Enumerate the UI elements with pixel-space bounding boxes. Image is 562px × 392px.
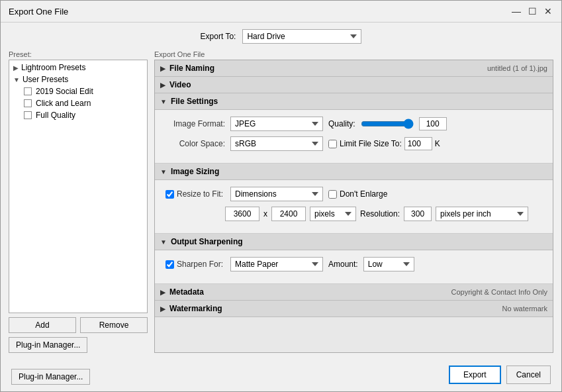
resize-checkbox-label[interactable]: Resize to Fit: [165,189,225,199]
section-watermarking-header[interactable]: ▶ Watermarking No watermark [155,301,553,317]
resize-checkbox[interactable] [165,190,174,199]
width-input[interactable] [225,207,259,221]
export-dialog: Export One File — ☐ ✕ Export To: Hard Dr… [0,0,562,392]
left-panel: Preset: ▶ Lightroom Presets ▼ User Prese… [9,50,148,353]
checkbox-click-and-learn[interactable] [24,99,32,107]
image-sizing-header-left: ▼ Image Sizing [160,167,219,176]
preset-label-click-and-learn: Click and Learn [36,99,91,108]
output-sharpening-label: Output Sharpening [171,237,243,246]
watermarking-arrow: ▶ [160,305,165,313]
quality-label: Quality: [328,119,355,128]
preset-group-user[interactable]: ▼ User Presets [9,74,147,85]
plugin-manager-bottom-button[interactable]: Plug-in Manager... [11,369,90,385]
video-label: Video [169,80,191,89]
preset-item-social-edit[interactable]: 2019 Social Edit [20,85,147,97]
quality-input[interactable] [419,117,447,130]
color-space-select[interactable]: sRGB AdobeRGB ProPhoto RGB [230,136,323,151]
sharpen-for-row: Sharpen For: Matte Paper Glossy Paper Sc… [165,257,542,271]
dialog-title: Export One File [9,7,68,17]
user-presets-label: User Presets [23,75,68,84]
preset-group-lightroom[interactable]: ▶ Lightroom Presets [9,62,147,74]
remove-preset-button[interactable]: Remove [80,317,148,333]
file-naming-arrow: ▶ [160,65,165,72]
dimensions-row: x pixels inches cm Resolution: [225,207,542,221]
sharpen-for-checkbox-label[interactable]: Sharpen For: [165,260,225,269]
file-settings-body: Image Format: JPEG PNG TIFF PSD Quality: [155,110,553,164]
quality-slider[interactable] [361,119,414,129]
action-buttons: Export Cancel [449,366,551,384]
output-sharpening-header-left: ▼ Output Sharpening [160,237,243,246]
section-metadata-header[interactable]: ▶ Metadata Copyright & Contact Info Only [155,284,553,301]
color-space-label: Color Space: [165,139,225,148]
arrow-lightroom: ▶ [13,64,19,72]
checkbox-full-quality[interactable] [24,111,32,119]
section-output-sharpening: ▼ Output Sharpening Sharpen For: [155,234,553,284]
cancel-button[interactable]: Cancel [506,366,551,384]
arrow-user: ▼ [13,76,20,83]
output-sharpening-body: Sharpen For: Matte Paper Glossy Paper Sc… [155,250,553,284]
checkbox-social-edit[interactable] [24,87,32,95]
dim-x: x [263,209,267,219]
section-file-settings-header[interactable]: ▼ File Settings [155,93,553,110]
limit-file-size-label: Limit File Size To: [340,139,402,148]
resolution-label: Resolution: [360,209,400,219]
export-to-select[interactable]: Hard Drive Email CD/DVD [242,29,361,44]
video-header-left: ▶ Video [160,80,191,89]
video-arrow: ▶ [160,81,165,89]
image-format-label: Image Format: [165,119,225,128]
export-to-row: Export To: Hard Drive Email CD/DVD [1,23,561,50]
close-button[interactable]: ✕ [543,6,553,17]
export-button[interactable]: Export [449,366,501,384]
limit-file-size-checkbox[interactable] [328,140,337,148]
section-file-naming-header[interactable]: ▶ File Naming untitled (1 of 1).jpg [155,60,553,77]
preset-label: Preset: [9,50,148,58]
section-video: ▶ Video [155,77,553,93]
plugin-manager-button[interactable]: Plug-in Manager... [9,337,87,353]
file-size-input[interactable] [404,137,432,150]
section-file-naming: ▶ File Naming untitled (1 of 1).jpg [155,60,553,77]
resolution-input[interactable] [404,207,432,221]
metadata-right-text: Copyright & Contact Info Only [451,288,547,296]
metadata-arrow: ▶ [160,289,165,296]
dont-enlarge-checkbox[interactable] [328,190,337,199]
sharpen-for-select[interactable]: Matte Paper Glossy Paper Screen [230,257,323,271]
image-format-select[interactable]: JPEG PNG TIFF PSD [230,117,323,131]
amount-select[interactable]: Low Standard High [363,257,414,271]
dont-enlarge-label[interactable]: Don't Enlarge [328,189,387,199]
section-file-settings: ▼ File Settings Image Format: JPEG PNG T… [155,93,553,164]
maximize-button[interactable]: ☐ [527,6,538,17]
height-input[interactable] [271,207,306,221]
preset-item-click-and-learn[interactable]: Click and Learn [20,97,147,109]
image-sizing-body: Resize to Fit: Dimensions Width & Height… [155,180,553,234]
file-naming-right-text: untitled (1 of 1).jpg [487,64,547,72]
watermarking-header-left: ▶ Watermarking [160,304,222,313]
preset-item-full-quality[interactable]: Full Quality [20,109,147,121]
watermarking-right-text: No watermark [502,305,547,313]
add-preset-button[interactable]: Add [9,317,76,333]
section-output-sharpening-header[interactable]: ▼ Output Sharpening [155,234,553,250]
section-video-header[interactable]: ▶ Video [155,77,553,93]
image-format-row: Image Format: JPEG PNG TIFF PSD Quality: [165,117,542,131]
sharpen-for-label: Sharpen For: [177,260,223,269]
section-image-sizing-header[interactable]: ▼ Image Sizing [155,164,553,180]
quality-row: Quality: [328,117,447,130]
pixels-unit-select[interactable]: pixels inches cm [310,207,356,221]
section-watermarking: ▶ Watermarking No watermark [155,301,553,317]
preset-buttons: Add Remove [9,317,148,333]
right-panel-content[interactable]: ▶ File Naming untitled (1 of 1).jpg ▶ Vi… [154,60,553,353]
file-naming-header-left: ▶ File Naming [160,64,214,73]
metadata-header-left: ▶ Metadata [160,287,204,297]
right-panel: Export One File ▶ File Naming untitled (… [154,50,553,353]
resolution-unit-select[interactable]: pixels per inch pixels per cm [436,207,528,221]
resize-select[interactable]: Dimensions Width & Height Long Edge Shor… [230,187,323,201]
file-size-unit: K [435,139,440,148]
bottom-bar: Plug-in Manager... Export Cancel [1,358,561,391]
main-content: Preset: ▶ Lightroom Presets ▼ User Prese… [1,50,561,358]
export-to-label: Export To: [201,32,236,41]
sharpen-for-checkbox[interactable] [165,260,174,269]
preset-list[interactable]: ▶ Lightroom Presets ▼ User Presets 2019 … [9,60,148,313]
dont-enlarge-text: Don't Enlarge [340,189,387,199]
sharpen-for-label-wrap: Sharpen For: [165,260,225,269]
limit-file-size-checkbox-label[interactable]: Limit File Size To: [328,139,402,148]
minimize-button[interactable]: — [511,6,522,17]
